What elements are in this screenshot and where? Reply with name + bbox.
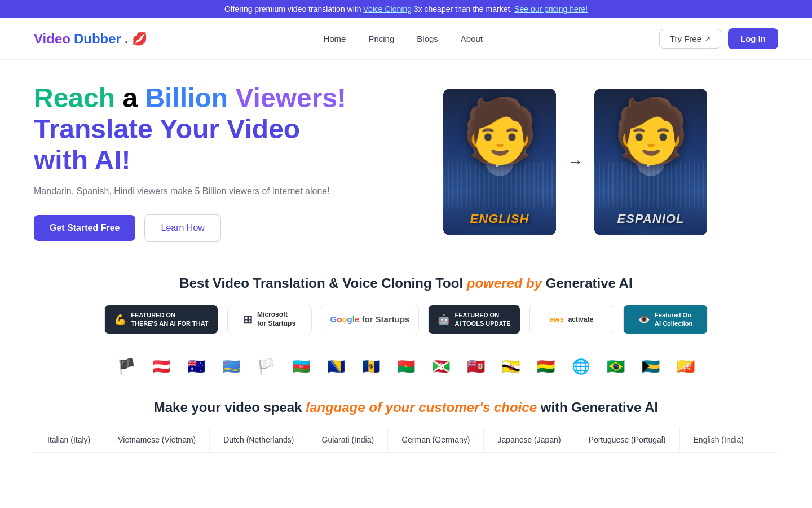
flag-item: 🏳️ xyxy=(251,357,281,377)
language-item: Dutch (Netherlands) xyxy=(210,427,308,452)
ai-tools-label: FEATURED ONAI TOOLS UPDATE xyxy=(454,311,510,327)
video-card-english: 🧑 ▶ ENGLISH xyxy=(443,89,556,235)
main-nav: VideoDubber. 💋 Home Pricing Blogs About … xyxy=(0,18,812,60)
try-free-button[interactable]: Try Free ↗ xyxy=(659,29,721,49)
powered-section: Best Video Translation & Voice Cloning T… xyxy=(0,259,812,345)
voice-clone-link[interactable]: Voice Cloning xyxy=(363,5,412,14)
partner-ai-tools-update: 🤖 FEATURED ONAI TOOLS UPDATE xyxy=(428,305,520,334)
lang-title-prefix: Make your video speak xyxy=(154,400,306,415)
hero-subtitle: Mandarin, Spanish, Hindi viewers make 5 … xyxy=(34,186,350,196)
language-item: Italian (Italy) xyxy=(34,427,104,452)
video-label-espaniol: ESPANIOL xyxy=(594,212,707,226)
flag-item: 🇦🇼 xyxy=(217,357,246,377)
promo-banner: Offering premium video translation with … xyxy=(0,0,812,18)
logo[interactable]: VideoDubber. 💋 xyxy=(34,31,147,47)
person-figure-espaniol: 🧑 xyxy=(612,94,690,167)
language-item: Portuguese (Portugal) xyxy=(575,427,680,452)
hero-section: Reach a Billion Viewers! Translate Your … xyxy=(0,60,812,259)
title-line2: Translate Your Video with AI! xyxy=(34,114,300,175)
flags-row: 🏴 🇦🇹 🇦🇺 🇦🇼 🏳️ 🇦🇿 🇧🇦 🇧🇧 🇧🇫 🇧🇮 🇧🇲 🇧🇳 🇧🇴 🌐 … xyxy=(0,345,812,388)
logo-dubber: Dubber xyxy=(74,31,121,47)
flag-item: 🇧🇳 xyxy=(496,357,526,377)
flag-item: 🇧🇫 xyxy=(391,357,421,377)
microsoft-label: Microsoftfor Startups xyxy=(257,310,295,328)
ai-collection-label: Featured OnAI Collection xyxy=(655,311,692,327)
flag-item: 🇧🇦 xyxy=(321,357,351,377)
nav-links: Home Pricing Blogs About xyxy=(323,34,483,44)
logo-dot: . xyxy=(125,31,129,47)
aws-activate-label: activate xyxy=(568,316,594,323)
nav-pricing[interactable]: Pricing xyxy=(368,34,394,43)
flag-item: 🏴 xyxy=(112,357,141,377)
hero-actions: Get Started Free Learn How xyxy=(34,214,350,242)
flag-item: 🇧🇴 xyxy=(531,357,561,377)
partner-aws: aws activate xyxy=(529,305,614,334)
language-section: Make your video speak language of your c… xyxy=(0,388,812,458)
language-list: Italian (Italy) Vietnamese (Vietnam) Dut… xyxy=(34,427,778,453)
powered-suffix: Generative AI xyxy=(542,275,633,291)
nav-about[interactable]: About xyxy=(461,34,483,43)
nav-blogs[interactable]: Blogs xyxy=(417,34,438,43)
title-billion: Billion xyxy=(145,83,228,113)
language-item: English (India) xyxy=(680,427,758,452)
flag-item: 🇧🇸 xyxy=(636,357,665,377)
title-reach: Reach xyxy=(34,83,115,113)
hero-content: Reach a Billion Viewers! Translate Your … xyxy=(34,82,350,242)
banner-text-middle: 3x cheaper than the market. xyxy=(412,5,514,14)
get-started-button[interactable]: Get Started Free xyxy=(34,215,135,241)
title-viewers: Viewers xyxy=(228,83,337,113)
flag-item: 🇧🇷 xyxy=(601,357,630,377)
flag-item: 🇦🇿 xyxy=(286,357,316,377)
robot-icon: 🤖 xyxy=(438,313,450,326)
logo-video: Video xyxy=(34,31,70,47)
video-label-english: ENGLISH xyxy=(443,212,556,226)
partner-microsoft: ⊞ Microsoftfor Startups xyxy=(227,305,312,334)
learn-how-button[interactable]: Learn How xyxy=(144,214,220,242)
language-item: German (Germany) xyxy=(388,427,484,452)
try-free-label: Try Free xyxy=(670,34,701,43)
pricing-link[interactable]: See our pricing here! xyxy=(514,5,588,14)
lips-icon: 💋 xyxy=(132,32,147,46)
partner-theresanai: 💪 FEATURED ONTHERE'S AN AI FOR THAT xyxy=(104,305,218,334)
title-exclaim: ! xyxy=(337,83,346,113)
partner-logos: 💪 FEATURED ONTHERE'S AN AI FOR THAT ⊞ Mi… xyxy=(34,305,778,334)
theresanai-label: FEATURED ONTHERE'S AN AI FOR THAT xyxy=(131,311,208,327)
powered-by-text: powered by xyxy=(467,275,542,291)
language-title: Make your video speak language of your c… xyxy=(34,400,778,415)
flag-item: 🇧🇧 xyxy=(356,357,386,377)
microsoft-logo-icon: ⊞ xyxy=(243,313,253,326)
lang-title-suffix: with Generative AI xyxy=(537,400,658,415)
lang-title-italic: language of your customer's choice xyxy=(306,400,537,415)
aws-label: aws xyxy=(550,315,564,323)
title-a: a xyxy=(115,83,145,113)
flag-item: 🇦🇺 xyxy=(182,357,211,377)
partner-ai-collection: 👁️ Featured OnAI Collection xyxy=(623,305,708,334)
flag-item: 🇧🇮 xyxy=(426,357,456,377)
google-label: Google for Startups xyxy=(330,314,410,324)
external-link-icon: ↗ xyxy=(705,35,710,43)
language-item: Gujarati (India) xyxy=(308,427,389,452)
language-item: Japanese (Japan) xyxy=(484,427,575,452)
nav-actions: Try Free ↗ Log In xyxy=(659,28,778,49)
person-figure-english: 🧑 xyxy=(461,94,539,167)
arrow-icon: → xyxy=(567,153,583,171)
banner-text-prefix: Offering premium video translation with xyxy=(224,5,363,14)
partner-google: Google for Startups xyxy=(321,305,420,334)
language-item: Vietnamese (Vietnam) xyxy=(104,427,210,452)
login-button[interactable]: Log In xyxy=(728,28,778,49)
powered-prefix: Best Video Translation & Voice Cloning T… xyxy=(179,275,466,291)
video-card-espaniol: 🧑 ▶ ESPANIOL xyxy=(594,89,707,235)
flag-item: 🇧🇲 xyxy=(461,357,491,377)
hero-video-comparison: 🧑 ▶ ENGLISH → 🧑 ▶ ESPANIOL xyxy=(372,89,778,235)
nav-home[interactable]: Home xyxy=(323,34,346,43)
muscle-icon: 💪 xyxy=(114,313,126,326)
flag-item: 🇦🇹 xyxy=(147,357,176,377)
hero-title: Reach a Billion Viewers! Translate Your … xyxy=(34,82,350,176)
powered-title: Best Video Translation & Voice Cloning T… xyxy=(34,275,778,291)
flag-item: 🇧🇹 xyxy=(671,357,700,377)
flag-item: 🌐 xyxy=(566,357,595,377)
eye-icon: 👁️ xyxy=(638,313,650,326)
